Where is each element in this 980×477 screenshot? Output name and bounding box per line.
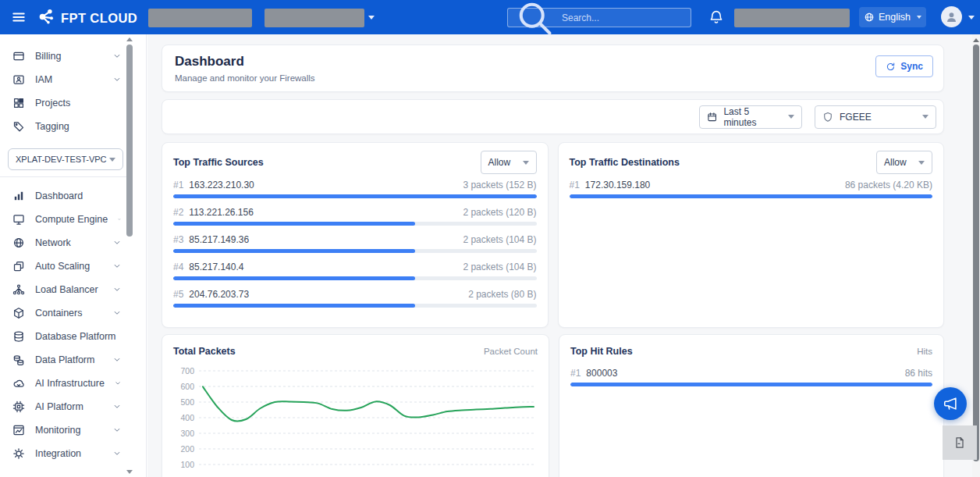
megaphone-icon	[943, 396, 958, 411]
search-input[interactable]	[560, 12, 684, 24]
chevron-down-icon[interactable]	[368, 16, 375, 20]
row-value: 2 packets (80 B)	[468, 289, 536, 300]
sync-button[interactable]: Sync	[875, 55, 933, 77]
svg-text:700: 700	[180, 366, 194, 376]
hamburger-menu-icon[interactable]	[11, 10, 27, 24]
row-rank: #1	[173, 180, 183, 190]
progress-track	[570, 383, 932, 386]
sidebar-item-ai-infrastructure[interactable]: AI Infrastructure	[0, 372, 146, 395]
traffic-row: #2113.221.26.1562 packets (120 B)	[173, 207, 537, 226]
monitoring-icon	[12, 424, 25, 436]
row-label: 85.217.140.4	[189, 262, 243, 272]
scroll-up-arrow-icon[interactable]	[126, 37, 133, 41]
svg-text:300: 300	[180, 429, 194, 438]
chevron-down-icon	[113, 356, 121, 364]
sidebar-item-auto-scaling[interactable]: Auto Scaling	[0, 255, 146, 278]
main-scrollbar[interactable]	[972, 34, 980, 477]
sidebar-item-label: IAM	[35, 74, 52, 85]
dashboard-icon	[12, 190, 25, 202]
ai-infrastructure-icon	[12, 377, 25, 390]
redacted-region	[265, 9, 364, 27]
card-title: Top Hit Rules	[570, 346, 633, 357]
sidebar-scrollbar[interactable]	[126, 34, 133, 477]
progress-track	[570, 194, 933, 198]
row-rank: #1	[570, 368, 581, 379]
chevron-down-icon	[113, 286, 121, 294]
sidebar: BillingIAMProjectsTagging XPLAT-DEV-TEST…	[0, 34, 147, 477]
sidebar-scrollbar-thumb[interactable]	[126, 44, 133, 237]
cards-row-2: Total Packets Packet Count 7006005004003…	[162, 334, 944, 477]
announcements-fab[interactable]	[934, 387, 967, 420]
row-rank: #1	[570, 180, 580, 190]
sidebar-item-load-balancer[interactable]: Load Balancer	[0, 278, 146, 301]
vpc-selector-value: XPLAT-DEV-TEST-VPC	[16, 155, 107, 164]
sidebar-item-projects[interactable]: Projects	[0, 91, 146, 115]
sidebar-item-monitoring[interactable]: Monitoring	[0, 418, 146, 442]
chart-legend: Packet Count	[484, 347, 538, 356]
vpc-selector[interactable]: XPLAT-DEV-TEST-VPC	[8, 148, 123, 170]
progress-track	[173, 276, 537, 280]
containers-icon	[12, 307, 25, 319]
projects-icon	[12, 97, 25, 109]
row-value: 2 packets (120 B)	[463, 207, 536, 218]
sidebar-item-billing[interactable]: Billing	[0, 44, 146, 68]
chevron-down-icon	[109, 158, 115, 162]
sidebar-item-iam[interactable]: IAM	[0, 68, 146, 91]
row-rank: #5	[173, 289, 183, 300]
global-search	[507, 8, 691, 27]
scroll-down-arrow-icon[interactable]	[126, 470, 133, 474]
traffic-row: #180000386 hits	[570, 368, 932, 386]
chevron-down-icon	[918, 161, 925, 165]
traffic-row: #485.217.140.42 packets (104 B)	[173, 262, 537, 280]
network-icon	[12, 237, 25, 249]
brand-logo[interactable]: FPT CLOUD	[36, 6, 137, 30]
top-hit-rules-card: Top Hit Rules Hits #180000386 hits	[559, 334, 944, 477]
sidebar-item-label: Network	[35, 237, 71, 248]
sidebar-item-label: Dashboard	[35, 190, 83, 201]
sidebar-item-label: Integration	[35, 448, 81, 459]
scroll-up-arrow-icon[interactable]	[973, 38, 979, 42]
notifications-bell-icon[interactable]	[708, 9, 724, 26]
chevron-down-icon	[113, 76, 121, 84]
sidebar-item-dashboard[interactable]: Dashboard	[0, 184, 146, 208]
sidebar-item-label: Tagging	[35, 121, 69, 132]
sidebar-item-label: Containers	[35, 308, 82, 319]
sidebar-item-containers[interactable]: Containers	[0, 301, 146, 325]
sidebar-item-label: Compute Engine	[35, 214, 108, 225]
sources-action-select[interactable]: Allow	[481, 151, 537, 174]
sidebar-item-data-platform[interactable]: Data Platform	[0, 348, 146, 372]
time-range-select[interactable]: Last 5 minutes	[699, 105, 802, 129]
sidebar-item-tagging[interactable]: Tagging	[0, 115, 146, 138]
sidebar-item-ai-platform[interactable]: AI Platform	[0, 395, 146, 418]
avatar-chevron-down-icon[interactable]	[968, 16, 975, 20]
traffic-row: #5204.76.203.732 packets (80 B)	[173, 289, 537, 308]
data-platform-icon	[12, 354, 25, 366]
destinations-action-select[interactable]: Allow	[876, 151, 932, 174]
sidebar-item-database-platform[interactable]: Database Platform	[0, 325, 146, 348]
row-rank: #4	[173, 262, 183, 272]
avatar[interactable]	[941, 6, 962, 27]
language-label: English	[879, 12, 911, 23]
sidebar-item-integration[interactable]: Integration	[0, 442, 146, 465]
chevron-down-icon	[118, 215, 121, 223]
chevron-down-icon	[788, 115, 794, 119]
refresh-icon	[886, 62, 896, 72]
filter-bar: Last 5 minutes FGEEE	[162, 99, 944, 134]
tagging-icon	[12, 120, 25, 133]
row-rank: #2	[173, 207, 183, 218]
docs-widget-button[interactable]	[943, 425, 977, 460]
firewall-select[interactable]: FGEEE	[815, 105, 936, 129]
sidebar-item-network[interactable]: Network	[0, 231, 146, 255]
svg-text:600: 600	[180, 382, 194, 391]
row-value: 3 packets (152 B)	[463, 180, 536, 190]
brand-wordmark: FPT CLOUD	[61, 11, 137, 26]
main-scrollbar-thumb[interactable]	[973, 44, 979, 461]
fpt-molecule-logo-icon	[36, 6, 56, 30]
progress-fill	[570, 383, 932, 386]
progress-fill	[173, 276, 415, 280]
shield-icon	[822, 112, 833, 123]
traffic-row: #1172.30.159.18086 packets (4.20 KB)	[570, 180, 933, 198]
language-selector[interactable]: English	[859, 7, 926, 27]
sidebar-item-compute-engine[interactable]: Compute Engine	[0, 208, 146, 231]
card-title: Top Traffic Sources	[173, 157, 264, 168]
